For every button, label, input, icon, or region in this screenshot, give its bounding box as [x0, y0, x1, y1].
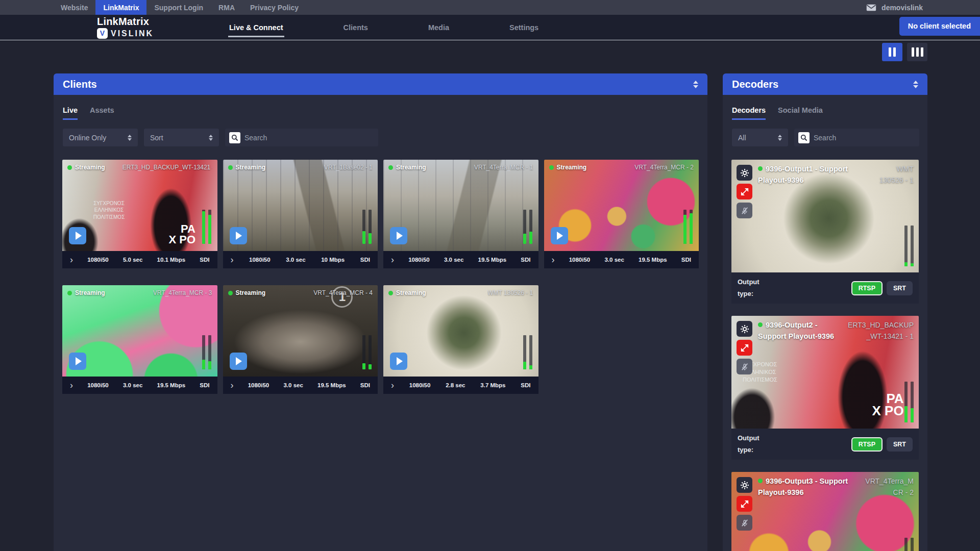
nav-item-privacy-policy[interactable]: Privacy Policy: [242, 0, 306, 15]
streaming-dot-icon: [758, 322, 763, 327]
play-button[interactable]: [230, 353, 247, 370]
stream-interface: SDI: [200, 257, 209, 263]
expand-chevron-icon[interactable]: ›: [231, 381, 234, 390]
tab-live[interactable]: Live: [63, 106, 78, 120]
select-arrows-icon: [209, 135, 213, 141]
mute-button[interactable]: [737, 203, 752, 218]
decoder-output-row: Output type: RTSP SRT: [731, 272, 919, 304]
expand-chevron-icon[interactable]: ›: [231, 255, 234, 264]
play-button[interactable]: [69, 353, 86, 370]
mute-button[interactable]: [737, 515, 752, 531]
srt-button[interactable]: SRT: [887, 437, 913, 452]
stream-stats-bar[interactable]: › 1080i50 2.8 sec 3.7 Mbps SDI: [383, 377, 538, 394]
tab-media[interactable]: Media: [428, 15, 449, 40]
layout-toggles: [882, 43, 927, 61]
settings-gear-button[interactable]: [737, 477, 752, 493]
decoder-card[interactable]: 9396-Output3 - Support Playout-9396 VRT_…: [731, 472, 919, 551]
client-card[interactable]: Streaming VRT_4Terra_MCR - 3 › 1080i50 3…: [62, 285, 217, 394]
play-button[interactable]: [69, 227, 86, 244]
stream-stats-bar[interactable]: › 1080i50 3.0 sec 19.5 Mbps SDI: [544, 251, 699, 268]
stream-stats-bar[interactable]: › 1080i50 3.0 sec 19.5 Mbps SDI: [383, 251, 538, 268]
expand-chevron-icon[interactable]: ›: [552, 255, 555, 264]
client-card[interactable]: Streaming VRT_4Terra_MCR - 2 › 1080i50 3…: [544, 160, 699, 268]
decoder-thumbnail[interactable]: 9396-Output1 - Support Playout-9396 WMT …: [731, 160, 919, 272]
disconnect-button[interactable]: [737, 184, 752, 199]
decoder-icon-stack: [737, 321, 752, 374]
play-button[interactable]: [390, 353, 407, 370]
decoder-thumbnail[interactable]: 9396-Output3 - Support Playout-9396 VRT_…: [731, 472, 919, 551]
nav-item-linkmatrix[interactable]: LinkMatrix: [95, 0, 146, 15]
rtsp-button[interactable]: RTSP: [851, 437, 883, 452]
stream-thumbnail[interactable]: Streaming VRT_4Terra_MCR - 2: [544, 160, 699, 251]
user-menu[interactable]: demovislink: [866, 0, 980, 15]
app-logo[interactable]: LinkMatrix V VISLINK: [97, 16, 154, 39]
decoders-search-input[interactable]: [814, 134, 919, 142]
decoder-source: ERT3_HD_BACKUP_WT-13421 - 1: [845, 320, 914, 342]
nav-item-website[interactable]: Website: [53, 0, 95, 15]
clients-panel-header[interactable]: Clients: [54, 73, 707, 95]
decoders-search[interactable]: [794, 129, 919, 146]
play-button[interactable]: [551, 227, 568, 244]
client-card[interactable]: Streaming VRT_4Terra_MCR - 1 › 1080i50 3…: [383, 160, 538, 268]
vislink-logo-icon: V: [97, 28, 108, 39]
mute-button[interactable]: [737, 359, 752, 374]
settings-gear-button[interactable]: [737, 165, 752, 181]
expand-chevron-icon[interactable]: ›: [391, 255, 394, 264]
client-card[interactable]: Streaming ERT3_HD_BACKUP_WT-13421 - 1 ΣΥ…: [62, 160, 217, 268]
stream-thumbnail[interactable]: Streaming VRT_4Terra_MCR - 1: [383, 160, 538, 251]
sort-select[interactable]: Sort: [144, 129, 219, 146]
client-card[interactable]: Streaming VRT_4Terra_MCR - 4 1 › 1080i50…: [223, 285, 378, 394]
decoder-thumbnail[interactable]: 9396-Output2 - Support Playout-9396 ERT3…: [731, 316, 919, 429]
stream-thumbnail[interactable]: Streaming WMT 130526 - 1: [383, 285, 538, 377]
decoder-card[interactable]: 9396-Output2 - Support Playout-9396 ERT3…: [731, 316, 919, 460]
tab-decoders[interactable]: Decoders: [732, 106, 766, 120]
panel-sort-icon[interactable]: [693, 81, 698, 88]
srt-button[interactable]: SRT: [887, 281, 913, 295]
decoders-panel-header[interactable]: Decoders: [723, 73, 927, 95]
stream-thumbnail[interactable]: Streaming VRT_4Terra_MCR - 3: [62, 285, 217, 377]
decoders-panel-title: Decoders: [732, 79, 778, 90]
stream-title: VRT_4Terra_MCR - 2: [634, 164, 694, 171]
clients-search-input[interactable]: [244, 134, 378, 142]
stream-thumbnail[interactable]: Streaming ERT3_HD_BACKUP_WT-13421 - 1 ΣΥ…: [62, 160, 217, 251]
nav-item-support-login[interactable]: Support Login: [146, 0, 211, 15]
nav-item-rma[interactable]: RMA: [211, 0, 242, 15]
stream-stats-bar[interactable]: › 1080i50 3.0 sec 10 Mbps SDI: [223, 251, 378, 268]
output-type-label: Output type:: [738, 277, 766, 299]
stream-thumbnail[interactable]: Streaming VRT_1Base02 - 1: [223, 160, 378, 251]
decoder-filter-select[interactable]: All: [732, 129, 788, 146]
three-column-layout-button[interactable]: [907, 43, 927, 61]
play-button[interactable]: [390, 227, 407, 244]
disconnect-button[interactable]: [737, 496, 752, 512]
expand-chevron-icon[interactable]: ›: [70, 255, 73, 264]
decoder-card[interactable]: 9396-Output1 - Support Playout-9396 WMT …: [731, 160, 919, 304]
output-type-label: Output type:: [738, 433, 766, 455]
rtsp-button[interactable]: RTSP: [851, 281, 883, 295]
streaming-dot-icon: [228, 291, 233, 295]
client-card[interactable]: Streaming VRT_1Base02 - 1 › 1080i50 3.0 …: [223, 160, 378, 268]
stream-format: 1080i50: [248, 382, 270, 388]
disconnect-button[interactable]: [737, 340, 752, 356]
stream-stats-bar[interactable]: › 1080i50 3.0 sec 19.5 Mbps SDI: [62, 377, 217, 394]
play-button[interactable]: [230, 227, 247, 244]
online-only-select[interactable]: Online Only: [63, 129, 138, 146]
tab-live-and-connect[interactable]: Live & Connect: [229, 15, 283, 40]
expand-chevron-icon[interactable]: ›: [391, 381, 394, 390]
tab-social-media[interactable]: Social Media: [778, 106, 823, 120]
tab-clients[interactable]: Clients: [344, 15, 368, 40]
audio-meters: [202, 210, 211, 244]
stream-stats-bar[interactable]: › 1080i50 3.0 sec 19.5 Mbps SDI: [223, 377, 378, 394]
panel-sort-icon[interactable]: [913, 81, 918, 88]
clients-search[interactable]: [225, 129, 378, 146]
stream-stats-bar[interactable]: › 1080i50 5.0 sec 10.1 Mbps SDI: [62, 251, 217, 268]
settings-gear-button[interactable]: [737, 321, 752, 337]
stream-thumbnail[interactable]: Streaming VRT_4Terra_MCR - 4 1: [223, 285, 378, 377]
stream-title: VRT_1Base02 - 1: [324, 164, 373, 171]
client-card[interactable]: Streaming WMT 130526 - 1 › 1080i50 2.8 s…: [383, 285, 538, 394]
app-header: LinkMatrix V VISLINK Live & Connect Clie…: [0, 15, 980, 40]
two-column-layout-button[interactable]: [882, 43, 902, 61]
expand-chevron-icon[interactable]: ›: [70, 381, 73, 390]
tab-settings[interactable]: Settings: [509, 15, 538, 40]
tab-assets[interactable]: Assets: [90, 106, 114, 120]
stream-title: WMT 130526 - 1: [487, 289, 533, 296]
